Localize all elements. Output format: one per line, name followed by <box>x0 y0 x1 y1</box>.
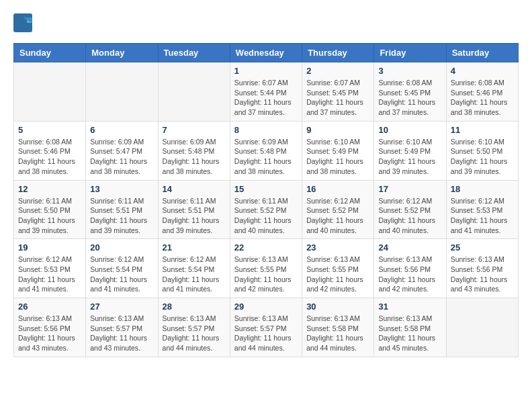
day-number: 11 <box>451 125 514 135</box>
week-row-1: 5Sunrise: 6:08 AMSunset: 5:46 PMDaylight… <box>14 121 519 180</box>
calendar-header: SundayMondayTuesdayWednesdayThursdayFrid… <box>14 44 519 62</box>
logo-icon <box>13 13 32 32</box>
day-number: 30 <box>306 302 369 312</box>
day-cell: 19Sunrise: 6:12 AMSunset: 5:53 PMDayligh… <box>14 239 86 298</box>
week-row-4: 26Sunrise: 6:13 AMSunset: 5:56 PMDayligh… <box>14 298 519 357</box>
header-row: SundayMondayTuesdayWednesdayThursdayFrid… <box>14 44 519 62</box>
calendar-body: 1Sunrise: 6:07 AMSunset: 5:44 PMDaylight… <box>14 62 519 357</box>
day-info: Sunrise: 6:13 AMSunset: 5:55 PMDaylight:… <box>234 255 298 294</box>
day-cell <box>446 298 518 357</box>
day-info: Sunrise: 6:07 AMSunset: 5:44 PMDaylight:… <box>234 78 298 118</box>
day-info: Sunrise: 6:11 AMSunset: 5:50 PMDaylight:… <box>18 196 81 236</box>
day-number: 4 <box>451 66 514 76</box>
header-friday: Friday <box>374 44 446 62</box>
day-cell: 13Sunrise: 6:11 AMSunset: 5:51 PMDayligh… <box>86 180 158 239</box>
day-cell: 23Sunrise: 6:13 AMSunset: 5:55 PMDayligh… <box>302 239 374 298</box>
day-number: 10 <box>378 125 441 135</box>
day-cell <box>86 62 158 122</box>
day-cell: 9Sunrise: 6:10 AMSunset: 5:49 PMDaylight… <box>302 121 374 180</box>
day-info: Sunrise: 6:12 AMSunset: 5:54 PMDaylight:… <box>90 255 153 294</box>
day-number: 20 <box>90 242 153 253</box>
day-info: Sunrise: 6:12 AMSunset: 5:52 PMDaylight:… <box>306 196 369 236</box>
day-info: Sunrise: 6:13 AMSunset: 5:56 PMDaylight:… <box>18 314 81 353</box>
day-info: Sunrise: 6:13 AMSunset: 5:57 PMDaylight:… <box>234 314 298 353</box>
day-cell: 24Sunrise: 6:13 AMSunset: 5:56 PMDayligh… <box>374 239 446 298</box>
day-cell: 21Sunrise: 6:12 AMSunset: 5:54 PMDayligh… <box>158 239 230 298</box>
day-cell: 29Sunrise: 6:13 AMSunset: 5:57 PMDayligh… <box>230 298 302 357</box>
day-cell: 31Sunrise: 6:13 AMSunset: 5:58 PMDayligh… <box>374 298 446 357</box>
calendar-table: SundayMondayTuesdayWednesdayThursdayFrid… <box>13 43 519 357</box>
day-cell: 20Sunrise: 6:12 AMSunset: 5:54 PMDayligh… <box>86 239 158 298</box>
header-saturday: Saturday <box>446 44 518 62</box>
week-row-3: 19Sunrise: 6:12 AMSunset: 5:53 PMDayligh… <box>14 239 519 298</box>
day-number: 21 <box>163 242 226 253</box>
day-info: Sunrise: 6:13 AMSunset: 5:56 PMDaylight:… <box>451 255 514 294</box>
header-thursday: Thursday <box>302 44 374 62</box>
day-info: Sunrise: 6:09 AMSunset: 5:47 PMDaylight:… <box>90 137 153 177</box>
day-info: Sunrise: 6:09 AMSunset: 5:48 PMDaylight:… <box>163 137 226 177</box>
day-number: 23 <box>306 242 369 253</box>
day-number: 3 <box>378 66 441 76</box>
day-number: 14 <box>163 184 226 194</box>
day-number: 5 <box>18 125 81 135</box>
day-info: Sunrise: 6:10 AMSunset: 5:50 PMDaylight:… <box>451 137 514 177</box>
day-cell: 30Sunrise: 6:13 AMSunset: 5:58 PMDayligh… <box>302 298 374 357</box>
day-info: Sunrise: 6:12 AMSunset: 5:53 PMDaylight:… <box>18 255 81 294</box>
day-number: 25 <box>451 242 514 253</box>
day-cell: 7Sunrise: 6:09 AMSunset: 5:48 PMDaylight… <box>158 121 230 180</box>
day-info: Sunrise: 6:12 AMSunset: 5:52 PMDaylight:… <box>378 196 441 236</box>
day-number: 28 <box>163 302 226 312</box>
day-info: Sunrise: 6:08 AMSunset: 5:46 PMDaylight:… <box>18 137 81 177</box>
day-info: Sunrise: 6:13 AMSunset: 5:55 PMDaylight:… <box>306 255 369 294</box>
day-cell <box>14 62 86 122</box>
day-cell: 3Sunrise: 6:08 AMSunset: 5:45 PMDaylight… <box>374 62 446 122</box>
day-cell: 15Sunrise: 6:11 AMSunset: 5:52 PMDayligh… <box>230 180 302 239</box>
day-cell: 28Sunrise: 6:13 AMSunset: 5:57 PMDayligh… <box>158 298 230 357</box>
day-cell: 8Sunrise: 6:09 AMSunset: 5:48 PMDaylight… <box>230 121 302 180</box>
day-info: Sunrise: 6:08 AMSunset: 5:45 PMDaylight:… <box>378 78 441 118</box>
day-number: 15 <box>234 184 298 194</box>
day-number: 22 <box>234 242 298 253</box>
day-number: 26 <box>18 302 81 312</box>
day-cell: 16Sunrise: 6:12 AMSunset: 5:52 PMDayligh… <box>302 180 374 239</box>
header-monday: Monday <box>86 44 158 62</box>
day-cell: 25Sunrise: 6:13 AMSunset: 5:56 PMDayligh… <box>446 239 518 298</box>
day-info: Sunrise: 6:07 AMSunset: 5:45 PMDaylight:… <box>306 78 369 118</box>
day-number: 17 <box>378 184 441 194</box>
day-cell: 22Sunrise: 6:13 AMSunset: 5:55 PMDayligh… <box>230 239 302 298</box>
day-number: 13 <box>90 184 153 194</box>
day-number: 9 <box>306 125 369 135</box>
day-info: Sunrise: 6:08 AMSunset: 5:46 PMDaylight:… <box>451 78 514 118</box>
header-wednesday: Wednesday <box>230 44 302 62</box>
logo <box>13 13 35 32</box>
day-info: Sunrise: 6:10 AMSunset: 5:49 PMDaylight:… <box>378 137 441 177</box>
day-info: Sunrise: 6:12 AMSunset: 5:53 PMDaylight:… <box>451 196 514 236</box>
header-tuesday: Tuesday <box>158 44 230 62</box>
day-info: Sunrise: 6:11 AMSunset: 5:52 PMDaylight:… <box>234 196 298 236</box>
day-number: 7 <box>163 125 226 135</box>
day-cell: 2Sunrise: 6:07 AMSunset: 5:45 PMDaylight… <box>302 62 374 122</box>
header-sunday: Sunday <box>14 44 86 62</box>
day-number: 29 <box>234 302 298 312</box>
day-info: Sunrise: 6:12 AMSunset: 5:54 PMDaylight:… <box>163 255 226 294</box>
day-info: Sunrise: 6:10 AMSunset: 5:49 PMDaylight:… <box>306 137 369 177</box>
page-header <box>13 13 519 32</box>
week-row-2: 12Sunrise: 6:11 AMSunset: 5:50 PMDayligh… <box>14 180 519 239</box>
day-info: Sunrise: 6:13 AMSunset: 5:57 PMDaylight:… <box>90 314 153 353</box>
day-cell <box>158 62 230 122</box>
day-cell: 14Sunrise: 6:11 AMSunset: 5:51 PMDayligh… <box>158 180 230 239</box>
day-info: Sunrise: 6:13 AMSunset: 5:57 PMDaylight:… <box>163 314 226 353</box>
day-info: Sunrise: 6:11 AMSunset: 5:51 PMDaylight:… <box>163 196 226 236</box>
day-number: 24 <box>378 242 441 253</box>
day-cell: 26Sunrise: 6:13 AMSunset: 5:56 PMDayligh… <box>14 298 86 357</box>
day-cell: 4Sunrise: 6:08 AMSunset: 5:46 PMDaylight… <box>446 62 518 122</box>
day-number: 6 <box>90 125 153 135</box>
day-cell: 5Sunrise: 6:08 AMSunset: 5:46 PMDaylight… <box>14 121 86 180</box>
day-number: 18 <box>451 184 514 194</box>
day-info: Sunrise: 6:13 AMSunset: 5:58 PMDaylight:… <box>378 314 441 353</box>
day-number: 27 <box>90 302 153 312</box>
day-info: Sunrise: 6:13 AMSunset: 5:56 PMDaylight:… <box>378 255 441 294</box>
day-number: 19 <box>18 242 81 253</box>
day-cell: 12Sunrise: 6:11 AMSunset: 5:50 PMDayligh… <box>14 180 86 239</box>
day-cell: 27Sunrise: 6:13 AMSunset: 5:57 PMDayligh… <box>86 298 158 357</box>
